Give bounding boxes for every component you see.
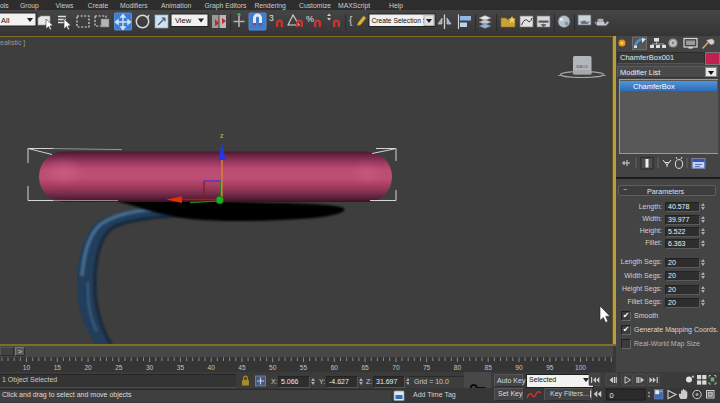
svg-text:80: 80	[454, 364, 462, 371]
svg-text:40: 40	[208, 364, 216, 371]
svg-text:75: 75	[423, 364, 431, 371]
svg-text:BACK: BACK	[576, 64, 588, 69]
svg-text:%: %	[306, 14, 314, 24]
svg-text:30: 30	[146, 364, 154, 371]
svg-text:70: 70	[392, 364, 400, 371]
svg-text:50: 50	[269, 364, 277, 371]
svg-text:100: 100	[575, 364, 586, 371]
svg-text:3: 3	[269, 13, 274, 23]
svg-text:90: 90	[515, 364, 523, 371]
svg-text:10: 10	[23, 364, 31, 371]
svg-text:85: 85	[485, 364, 493, 371]
svg-text:15: 15	[54, 364, 62, 371]
svg-text:View: View	[175, 16, 192, 25]
svg-text:65: 65	[361, 364, 369, 371]
svg-text:All: All	[1, 16, 10, 25]
svg-text:0: 0	[610, 391, 614, 400]
svg-text:25: 25	[115, 364, 123, 371]
svg-text:35: 35	[177, 364, 185, 371]
svg-text:z: z	[220, 132, 224, 139]
svg-text:60: 60	[331, 364, 339, 371]
svg-text:45: 45	[238, 364, 246, 371]
svg-text:95: 95	[546, 364, 554, 371]
svg-text:{: {	[349, 15, 353, 26]
svg-text:55: 55	[300, 364, 308, 371]
svg-text:Create Selection Se: Create Selection Se	[372, 17, 432, 24]
svg-text:20: 20	[84, 364, 92, 371]
